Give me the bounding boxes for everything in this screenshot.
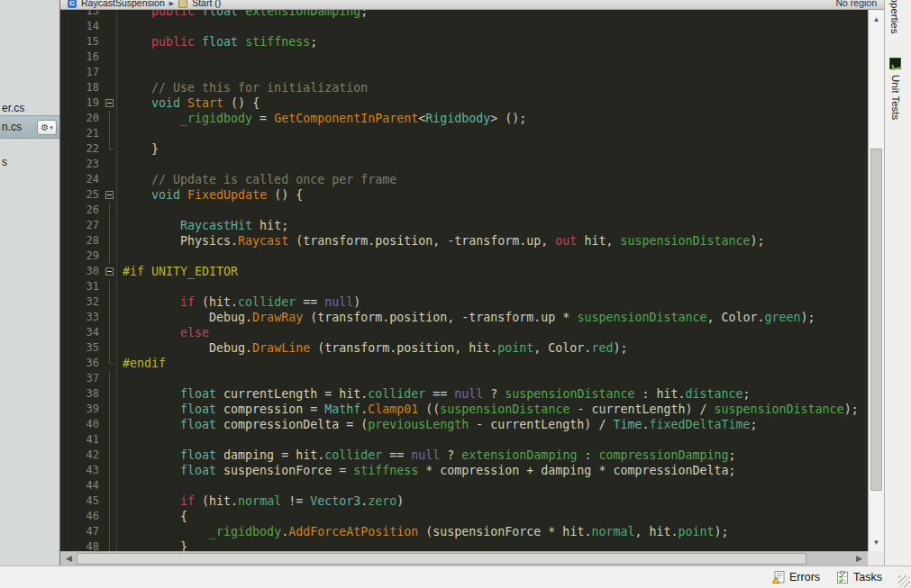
fold-column (104, 402, 117, 417)
code-line[interactable]: 23 (60, 157, 868, 172)
fold-guide (109, 524, 110, 539)
fold-column (104, 80, 117, 95)
code-lines: 13 public float extensionDamping;1415 pu… (60, 10, 868, 551)
vertical-scrollbar[interactable]: ▲ ▼ (868, 10, 884, 551)
code-line[interactable]: 35 Debug.DrawLine (transform.position, h… (60, 340, 868, 356)
code-line[interactable]: 42 float damping = hit.collider == null … (60, 448, 868, 463)
code-line[interactable]: 17 (60, 65, 868, 80)
fold-guide (109, 402, 110, 417)
vertical-scrollbar-thumb[interactable] (870, 149, 882, 491)
tab-unit-tests[interactable]: Unit Tests (889, 58, 901, 120)
code-line[interactable]: 34 else (60, 325, 868, 340)
tab-properties[interactable]: Properties (889, 0, 900, 33)
scroll-down-arrow-icon[interactable]: ▼ (869, 538, 884, 547)
file-list-item[interactable]: s (0, 153, 59, 171)
line-number: 14 (60, 19, 104, 34)
fold-column (104, 126, 117, 141)
code-text: void Start () { (117, 95, 260, 111)
fold-collapse-icon[interactable] (105, 191, 114, 199)
code-text: if (hit.normal != Vector3.zero) (117, 493, 404, 509)
horizontal-scrollbar[interactable]: ◀ ▶ (60, 551, 868, 565)
code-line[interactable]: 30#if UNITY_EDITOR (60, 264, 868, 279)
resize-grip[interactable] (898, 575, 910, 587)
fold-guide (109, 310, 110, 325)
code-line[interactable]: 44 (60, 478, 868, 493)
code-line[interactable]: 28 Physics.Raycast (transform.position, … (60, 233, 868, 249)
errors-button[interactable]: Errors (767, 569, 825, 585)
scroll-up-arrow-icon[interactable]: ▲ (869, 15, 884, 23)
code-line[interactable]: 19 void Start () { (60, 95, 868, 111)
scroll-left-arrow-icon[interactable]: ◀ (66, 554, 72, 563)
gear-dropdown-button[interactable]: ⚙▾ (37, 120, 57, 135)
file-list-item[interactable]: er.cs (0, 99, 59, 117)
line-number: 45 (60, 493, 104, 509)
fold-collapse-icon[interactable] (105, 267, 114, 276)
line-number: 26 (60, 203, 104, 218)
code-line[interactable]: 22 } (60, 141, 868, 157)
editor-window: C RaycastSuspension ▶ Start () No region… (59, 0, 885, 565)
line-number: 32 (60, 294, 104, 310)
fold-guide (109, 417, 110, 432)
errors-label: Errors (789, 571, 820, 583)
code-line[interactable]: 29 (60, 249, 868, 264)
code-line[interactable]: 46 { (60, 509, 868, 524)
fold-guide (109, 356, 110, 364)
fold-column[interactable] (104, 187, 117, 203)
fold-collapse-icon[interactable] (105, 99, 114, 107)
code-line[interactable]: 43 float suspensionForce = stiffness * c… (60, 463, 868, 478)
region-selector[interactable]: No region (835, 0, 877, 8)
code-line[interactable]: 18 // Use this for initialization (60, 80, 868, 95)
code-line[interactable]: 37 (60, 371, 868, 386)
fold-column (104, 19, 117, 34)
code-line[interactable]: 47 _rigidbody.AddForceAtPosition (suspen… (60, 524, 868, 539)
fold-column[interactable] (104, 264, 117, 279)
code-line[interactable]: 24 // Update is called once per frame (60, 172, 868, 187)
fold-column[interactable] (104, 95, 117, 111)
scroll-right-arrow-icon[interactable]: ▶ (856, 554, 862, 563)
code-line[interactable]: 13 public float extensionDamping; (60, 10, 868, 19)
code-line[interactable]: 25 void FixedUpdate () { (60, 187, 868, 203)
breadcrumb-file[interactable]: RaycastSuspension (81, 0, 165, 8)
code-text: void FixedUpdate () { (117, 187, 303, 203)
code-text: } (117, 539, 187, 551)
code-line[interactable]: 16 (60, 50, 868, 65)
csharp-file-icon: C (68, 0, 77, 8)
code-line[interactable]: 27 RaycastHit hit; (60, 218, 868, 233)
line-number: 23 (60, 157, 104, 172)
horizontal-scrollbar-thumb[interactable] (77, 553, 806, 565)
code-line[interactable]: 20 _rigidbody = GetComponentInParent<Rig… (60, 111, 868, 126)
code-text (117, 126, 123, 141)
code-text: } (117, 141, 159, 157)
fold-guide (109, 371, 110, 386)
code-line[interactable]: 45 if (hit.normal != Vector3.zero) (60, 493, 868, 509)
code-line[interactable]: 40 float compressionDelta = (previousLen… (60, 417, 868, 432)
code-line[interactable]: 14 (60, 19, 868, 34)
code-text: if (hit.collider == null) (117, 294, 360, 310)
line-number: 38 (60, 386, 104, 402)
tasks-button[interactable]: Tasks (831, 569, 888, 585)
code-text: float compression = Mathf.Clamp01 ((susp… (117, 402, 859, 417)
code-line[interactable]: 31 (60, 279, 868, 294)
line-number: 28 (60, 233, 104, 249)
code-text: // Use this for initialization (117, 80, 368, 95)
breadcrumb-member[interactable]: Start () (192, 0, 221, 8)
code-line[interactable]: 48 } (60, 539, 868, 551)
line-number: 46 (60, 509, 104, 524)
code-line[interactable]: 15 public float stiffness; (60, 34, 868, 50)
code-line[interactable]: 39 float compression = Mathf.Clamp01 ((s… (60, 402, 868, 417)
code-text: Debug.DrawLine (transform.position, hit.… (117, 340, 627, 356)
code-line[interactable]: 41 (60, 432, 868, 448)
file-list-item-selected[interactable]: n.cs ⚙▾ (0, 115, 59, 139)
code-line[interactable]: 26 (60, 203, 868, 218)
line-number: 43 (60, 463, 104, 478)
code-text: Physics.Raycast (transform.position, -tr… (117, 233, 765, 249)
tab-properties-label: Properties (889, 0, 900, 33)
code-editor[interactable]: 13 public float extensionDamping;1415 pu… (60, 10, 868, 551)
code-line[interactable]: 38 float currentLength = hit.collider ==… (60, 386, 868, 402)
code-text (117, 65, 123, 80)
code-line[interactable]: 32 if (hit.collider == null) (60, 294, 868, 310)
line-number: 34 (60, 325, 104, 340)
code-line[interactable]: 21 (60, 126, 868, 141)
code-line[interactable]: 33 Debug.DrawRay (transform.position, -t… (60, 310, 868, 325)
code-line[interactable]: 36#endif (60, 356, 868, 371)
